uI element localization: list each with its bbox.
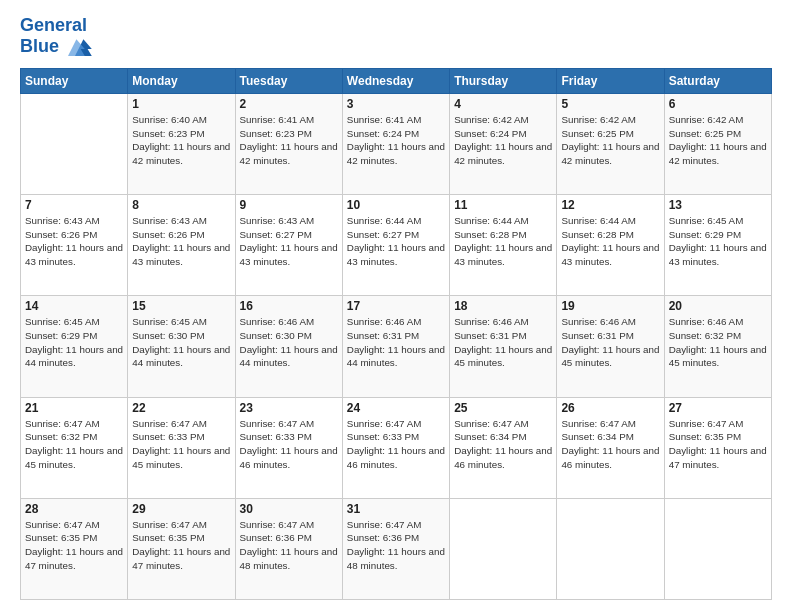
sunset-text: Sunset: 6:33 PM bbox=[240, 431, 312, 442]
sunrise-text: Sunrise: 6:46 AM bbox=[669, 316, 744, 327]
day-info: Sunrise: 6:47 AM Sunset: 6:35 PM Dayligh… bbox=[132, 518, 230, 573]
calendar-cell bbox=[557, 498, 664, 599]
sunrise-text: Sunrise: 6:47 AM bbox=[347, 519, 422, 530]
day-info: Sunrise: 6:45 AM Sunset: 6:30 PM Dayligh… bbox=[132, 315, 230, 370]
calendar-cell: 2 Sunrise: 6:41 AM Sunset: 6:23 PM Dayli… bbox=[235, 93, 342, 194]
daylight-text: Daylight: 11 hours and 46 minutes. bbox=[347, 445, 445, 470]
sunset-text: Sunset: 6:25 PM bbox=[561, 128, 633, 139]
day-number: 18 bbox=[454, 299, 552, 313]
week-row-4: 28 Sunrise: 6:47 AM Sunset: 6:35 PM Dayl… bbox=[21, 498, 772, 599]
day-info: Sunrise: 6:45 AM Sunset: 6:29 PM Dayligh… bbox=[669, 214, 767, 269]
day-info: Sunrise: 6:47 AM Sunset: 6:36 PM Dayligh… bbox=[240, 518, 338, 573]
daylight-text: Daylight: 11 hours and 46 minutes. bbox=[454, 445, 552, 470]
day-info: Sunrise: 6:47 AM Sunset: 6:33 PM Dayligh… bbox=[347, 417, 445, 472]
sunrise-text: Sunrise: 6:45 AM bbox=[669, 215, 744, 226]
sunrise-text: Sunrise: 6:42 AM bbox=[669, 114, 744, 125]
day-number: 8 bbox=[132, 198, 230, 212]
calendar-body: 1 Sunrise: 6:40 AM Sunset: 6:23 PM Dayli… bbox=[21, 93, 772, 599]
header-monday: Monday bbox=[128, 68, 235, 93]
day-number: 23 bbox=[240, 401, 338, 415]
logo-text2: Blue bbox=[20, 36, 96, 58]
sunset-text: Sunset: 6:23 PM bbox=[132, 128, 204, 139]
sunset-text: Sunset: 6:24 PM bbox=[347, 128, 419, 139]
day-info: Sunrise: 6:47 AM Sunset: 6:34 PM Dayligh… bbox=[561, 417, 659, 472]
sunrise-text: Sunrise: 6:47 AM bbox=[561, 418, 636, 429]
daylight-text: Daylight: 11 hours and 42 minutes. bbox=[347, 141, 445, 166]
calendar-cell: 20 Sunrise: 6:46 AM Sunset: 6:32 PM Dayl… bbox=[664, 296, 771, 397]
daylight-text: Daylight: 11 hours and 43 minutes. bbox=[132, 242, 230, 267]
calendar-cell: 16 Sunrise: 6:46 AM Sunset: 6:30 PM Dayl… bbox=[235, 296, 342, 397]
sunrise-text: Sunrise: 6:44 AM bbox=[454, 215, 529, 226]
day-info: Sunrise: 6:47 AM Sunset: 6:35 PM Dayligh… bbox=[25, 518, 123, 573]
sunset-text: Sunset: 6:30 PM bbox=[132, 330, 204, 341]
week-row-3: 21 Sunrise: 6:47 AM Sunset: 6:32 PM Dayl… bbox=[21, 397, 772, 498]
daylight-text: Daylight: 11 hours and 43 minutes. bbox=[561, 242, 659, 267]
sunset-text: Sunset: 6:26 PM bbox=[132, 229, 204, 240]
day-number: 28 bbox=[25, 502, 123, 516]
sunset-text: Sunset: 6:29 PM bbox=[25, 330, 97, 341]
sunrise-text: Sunrise: 6:46 AM bbox=[240, 316, 315, 327]
daylight-text: Daylight: 11 hours and 45 minutes. bbox=[454, 344, 552, 369]
header-wednesday: Wednesday bbox=[342, 68, 449, 93]
calendar-cell: 6 Sunrise: 6:42 AM Sunset: 6:25 PM Dayli… bbox=[664, 93, 771, 194]
calendar-cell: 13 Sunrise: 6:45 AM Sunset: 6:29 PM Dayl… bbox=[664, 195, 771, 296]
day-info: Sunrise: 6:47 AM Sunset: 6:33 PM Dayligh… bbox=[132, 417, 230, 472]
logo: General Blue bbox=[20, 16, 96, 58]
calendar-cell: 9 Sunrise: 6:43 AM Sunset: 6:27 PM Dayli… bbox=[235, 195, 342, 296]
day-info: Sunrise: 6:46 AM Sunset: 6:31 PM Dayligh… bbox=[561, 315, 659, 370]
day-number: 20 bbox=[669, 299, 767, 313]
sunrise-text: Sunrise: 6:47 AM bbox=[132, 418, 207, 429]
calendar-cell: 27 Sunrise: 6:47 AM Sunset: 6:35 PM Dayl… bbox=[664, 397, 771, 498]
day-number: 15 bbox=[132, 299, 230, 313]
daylight-text: Daylight: 11 hours and 45 minutes. bbox=[669, 344, 767, 369]
calendar-cell: 23 Sunrise: 6:47 AM Sunset: 6:33 PM Dayl… bbox=[235, 397, 342, 498]
calendar-cell: 1 Sunrise: 6:40 AM Sunset: 6:23 PM Dayli… bbox=[128, 93, 235, 194]
calendar-cell: 3 Sunrise: 6:41 AM Sunset: 6:24 PM Dayli… bbox=[342, 93, 449, 194]
day-info: Sunrise: 6:42 AM Sunset: 6:25 PM Dayligh… bbox=[561, 113, 659, 168]
day-info: Sunrise: 6:46 AM Sunset: 6:31 PM Dayligh… bbox=[454, 315, 552, 370]
calendar-cell: 14 Sunrise: 6:45 AM Sunset: 6:29 PM Dayl… bbox=[21, 296, 128, 397]
sunset-text: Sunset: 6:31 PM bbox=[347, 330, 419, 341]
calendar-cell: 4 Sunrise: 6:42 AM Sunset: 6:24 PM Dayli… bbox=[450, 93, 557, 194]
header-saturday: Saturday bbox=[664, 68, 771, 93]
calendar-cell: 8 Sunrise: 6:43 AM Sunset: 6:26 PM Dayli… bbox=[128, 195, 235, 296]
daylight-text: Daylight: 11 hours and 45 minutes. bbox=[132, 445, 230, 470]
day-number: 26 bbox=[561, 401, 659, 415]
calendar-cell: 17 Sunrise: 6:46 AM Sunset: 6:31 PM Dayl… bbox=[342, 296, 449, 397]
logo-icon bbox=[68, 36, 96, 58]
sunset-text: Sunset: 6:27 PM bbox=[347, 229, 419, 240]
day-info: Sunrise: 6:47 AM Sunset: 6:32 PM Dayligh… bbox=[25, 417, 123, 472]
sunset-text: Sunset: 6:23 PM bbox=[240, 128, 312, 139]
daylight-text: Daylight: 11 hours and 46 minutes. bbox=[561, 445, 659, 470]
daylight-text: Daylight: 11 hours and 42 minutes. bbox=[561, 141, 659, 166]
day-number: 9 bbox=[240, 198, 338, 212]
daylight-text: Daylight: 11 hours and 45 minutes. bbox=[25, 445, 123, 470]
day-number: 11 bbox=[454, 198, 552, 212]
calendar-cell: 12 Sunrise: 6:44 AM Sunset: 6:28 PM Dayl… bbox=[557, 195, 664, 296]
calendar-cell: 7 Sunrise: 6:43 AM Sunset: 6:26 PM Dayli… bbox=[21, 195, 128, 296]
day-number: 5 bbox=[561, 97, 659, 111]
sunrise-text: Sunrise: 6:47 AM bbox=[240, 519, 315, 530]
day-number: 10 bbox=[347, 198, 445, 212]
header-thursday: Thursday bbox=[450, 68, 557, 93]
sunset-text: Sunset: 6:30 PM bbox=[240, 330, 312, 341]
sunrise-text: Sunrise: 6:47 AM bbox=[25, 418, 100, 429]
day-info: Sunrise: 6:46 AM Sunset: 6:31 PM Dayligh… bbox=[347, 315, 445, 370]
sunset-text: Sunset: 6:28 PM bbox=[454, 229, 526, 240]
calendar-cell: 11 Sunrise: 6:44 AM Sunset: 6:28 PM Dayl… bbox=[450, 195, 557, 296]
day-number: 30 bbox=[240, 502, 338, 516]
header-sunday: Sunday bbox=[21, 68, 128, 93]
calendar-cell: 31 Sunrise: 6:47 AM Sunset: 6:36 PM Dayl… bbox=[342, 498, 449, 599]
sunset-text: Sunset: 6:28 PM bbox=[561, 229, 633, 240]
header: General Blue bbox=[20, 16, 772, 58]
calendar-cell: 26 Sunrise: 6:47 AM Sunset: 6:34 PM Dayl… bbox=[557, 397, 664, 498]
sunrise-text: Sunrise: 6:44 AM bbox=[561, 215, 636, 226]
day-info: Sunrise: 6:44 AM Sunset: 6:27 PM Dayligh… bbox=[347, 214, 445, 269]
daylight-text: Daylight: 11 hours and 42 minutes. bbox=[669, 141, 767, 166]
day-info: Sunrise: 6:41 AM Sunset: 6:24 PM Dayligh… bbox=[347, 113, 445, 168]
daylight-text: Daylight: 11 hours and 44 minutes. bbox=[240, 344, 338, 369]
day-info: Sunrise: 6:46 AM Sunset: 6:32 PM Dayligh… bbox=[669, 315, 767, 370]
day-number: 17 bbox=[347, 299, 445, 313]
week-row-0: 1 Sunrise: 6:40 AM Sunset: 6:23 PM Dayli… bbox=[21, 93, 772, 194]
sunrise-text: Sunrise: 6:42 AM bbox=[454, 114, 529, 125]
